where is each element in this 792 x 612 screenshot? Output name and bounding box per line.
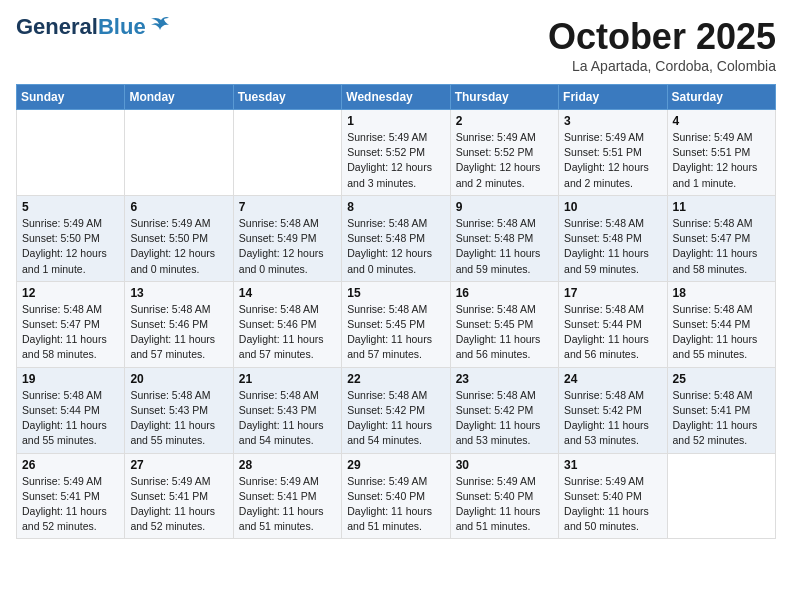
- day-number: 17: [564, 286, 661, 300]
- day-info: Sunrise: 5:49 AM Sunset: 5:40 PM Dayligh…: [347, 474, 444, 535]
- calendar-day-cell: 27Sunrise: 5:49 AM Sunset: 5:41 PM Dayli…: [125, 453, 233, 539]
- calendar-day-cell: 21Sunrise: 5:48 AM Sunset: 5:43 PM Dayli…: [233, 367, 341, 453]
- calendar-day-cell: 28Sunrise: 5:49 AM Sunset: 5:41 PM Dayli…: [233, 453, 341, 539]
- weekday-header: Thursday: [450, 85, 558, 110]
- calendar-day-cell: 25Sunrise: 5:48 AM Sunset: 5:41 PM Dayli…: [667, 367, 775, 453]
- day-info: Sunrise: 5:48 AM Sunset: 5:41 PM Dayligh…: [673, 388, 770, 449]
- logo-blue: Blue: [98, 14, 146, 39]
- day-number: 22: [347, 372, 444, 386]
- logo-general: General: [16, 14, 98, 39]
- day-info: Sunrise: 5:48 AM Sunset: 5:47 PM Dayligh…: [22, 302, 119, 363]
- day-info: Sunrise: 5:48 AM Sunset: 5:46 PM Dayligh…: [130, 302, 227, 363]
- calendar-day-cell: 11Sunrise: 5:48 AM Sunset: 5:47 PM Dayli…: [667, 195, 775, 281]
- calendar-week-row: 12Sunrise: 5:48 AM Sunset: 5:47 PM Dayli…: [17, 281, 776, 367]
- day-number: 14: [239, 286, 336, 300]
- day-number: 18: [673, 286, 770, 300]
- day-number: 23: [456, 372, 553, 386]
- calendar-day-cell: 10Sunrise: 5:48 AM Sunset: 5:48 PM Dayli…: [559, 195, 667, 281]
- calendar-day-cell: 2Sunrise: 5:49 AM Sunset: 5:52 PM Daylig…: [450, 110, 558, 196]
- day-info: Sunrise: 5:48 AM Sunset: 5:47 PM Dayligh…: [673, 216, 770, 277]
- day-number: 19: [22, 372, 119, 386]
- day-info: Sunrise: 5:48 AM Sunset: 5:46 PM Dayligh…: [239, 302, 336, 363]
- day-info: Sunrise: 5:48 AM Sunset: 5:44 PM Dayligh…: [22, 388, 119, 449]
- day-number: 4: [673, 114, 770, 128]
- calendar-day-cell: 29Sunrise: 5:49 AM Sunset: 5:40 PM Dayli…: [342, 453, 450, 539]
- calendar-day-cell: 7Sunrise: 5:48 AM Sunset: 5:49 PM Daylig…: [233, 195, 341, 281]
- day-number: 11: [673, 200, 770, 214]
- day-number: 3: [564, 114, 661, 128]
- day-info: Sunrise: 5:49 AM Sunset: 5:41 PM Dayligh…: [130, 474, 227, 535]
- calendar-day-cell: 9Sunrise: 5:48 AM Sunset: 5:48 PM Daylig…: [450, 195, 558, 281]
- month-title: October 2025: [548, 16, 776, 58]
- weekday-row: SundayMondayTuesdayWednesdayThursdayFrid…: [17, 85, 776, 110]
- calendar-day-cell: 23Sunrise: 5:48 AM Sunset: 5:42 PM Dayli…: [450, 367, 558, 453]
- day-number: 29: [347, 458, 444, 472]
- day-info: Sunrise: 5:48 AM Sunset: 5:42 PM Dayligh…: [564, 388, 661, 449]
- calendar-day-cell: 19Sunrise: 5:48 AM Sunset: 5:44 PM Dayli…: [17, 367, 125, 453]
- calendar-day-cell: [667, 453, 775, 539]
- day-info: Sunrise: 5:49 AM Sunset: 5:50 PM Dayligh…: [130, 216, 227, 277]
- day-info: Sunrise: 5:48 AM Sunset: 5:42 PM Dayligh…: [347, 388, 444, 449]
- day-info: Sunrise: 5:49 AM Sunset: 5:40 PM Dayligh…: [456, 474, 553, 535]
- day-info: Sunrise: 5:48 AM Sunset: 5:45 PM Dayligh…: [456, 302, 553, 363]
- calendar-day-cell: 22Sunrise: 5:48 AM Sunset: 5:42 PM Dayli…: [342, 367, 450, 453]
- calendar-day-cell: [233, 110, 341, 196]
- day-info: Sunrise: 5:48 AM Sunset: 5:43 PM Dayligh…: [130, 388, 227, 449]
- day-number: 10: [564, 200, 661, 214]
- calendar-week-row: 5Sunrise: 5:49 AM Sunset: 5:50 PM Daylig…: [17, 195, 776, 281]
- calendar-day-cell: 6Sunrise: 5:49 AM Sunset: 5:50 PM Daylig…: [125, 195, 233, 281]
- day-info: Sunrise: 5:49 AM Sunset: 5:40 PM Dayligh…: [564, 474, 661, 535]
- day-info: Sunrise: 5:49 AM Sunset: 5:41 PM Dayligh…: [239, 474, 336, 535]
- calendar-day-cell: 31Sunrise: 5:49 AM Sunset: 5:40 PM Dayli…: [559, 453, 667, 539]
- day-number: 25: [673, 372, 770, 386]
- day-number: 30: [456, 458, 553, 472]
- calendar-day-cell: 17Sunrise: 5:48 AM Sunset: 5:44 PM Dayli…: [559, 281, 667, 367]
- calendar-header: SundayMondayTuesdayWednesdayThursdayFrid…: [17, 85, 776, 110]
- calendar-day-cell: [17, 110, 125, 196]
- weekday-header: Saturday: [667, 85, 775, 110]
- calendar-day-cell: 3Sunrise: 5:49 AM Sunset: 5:51 PM Daylig…: [559, 110, 667, 196]
- day-number: 16: [456, 286, 553, 300]
- calendar-day-cell: 15Sunrise: 5:48 AM Sunset: 5:45 PM Dayli…: [342, 281, 450, 367]
- day-info: Sunrise: 5:49 AM Sunset: 5:51 PM Dayligh…: [673, 130, 770, 191]
- calendar-week-row: 26Sunrise: 5:49 AM Sunset: 5:41 PM Dayli…: [17, 453, 776, 539]
- day-number: 8: [347, 200, 444, 214]
- day-info: Sunrise: 5:48 AM Sunset: 5:45 PM Dayligh…: [347, 302, 444, 363]
- day-number: 26: [22, 458, 119, 472]
- location: La Apartada, Cordoba, Colombia: [548, 58, 776, 74]
- calendar-day-cell: 4Sunrise: 5:49 AM Sunset: 5:51 PM Daylig…: [667, 110, 775, 196]
- calendar-day-cell: 12Sunrise: 5:48 AM Sunset: 5:47 PM Dayli…: [17, 281, 125, 367]
- day-info: Sunrise: 5:48 AM Sunset: 5:42 PM Dayligh…: [456, 388, 553, 449]
- calendar-day-cell: 14Sunrise: 5:48 AM Sunset: 5:46 PM Dayli…: [233, 281, 341, 367]
- day-number: 15: [347, 286, 444, 300]
- day-number: 9: [456, 200, 553, 214]
- calendar-day-cell: 13Sunrise: 5:48 AM Sunset: 5:46 PM Dayli…: [125, 281, 233, 367]
- calendar-body: 1Sunrise: 5:49 AM Sunset: 5:52 PM Daylig…: [17, 110, 776, 539]
- day-info: Sunrise: 5:49 AM Sunset: 5:51 PM Dayligh…: [564, 130, 661, 191]
- day-number: 27: [130, 458, 227, 472]
- day-number: 24: [564, 372, 661, 386]
- day-info: Sunrise: 5:48 AM Sunset: 5:48 PM Dayligh…: [347, 216, 444, 277]
- weekday-header: Friday: [559, 85, 667, 110]
- calendar-day-cell: 16Sunrise: 5:48 AM Sunset: 5:45 PM Dayli…: [450, 281, 558, 367]
- weekday-header: Sunday: [17, 85, 125, 110]
- day-number: 28: [239, 458, 336, 472]
- day-info: Sunrise: 5:48 AM Sunset: 5:48 PM Dayligh…: [564, 216, 661, 277]
- day-info: Sunrise: 5:49 AM Sunset: 5:50 PM Dayligh…: [22, 216, 119, 277]
- title-block: October 2025 La Apartada, Cordoba, Colom…: [548, 16, 776, 74]
- day-number: 13: [130, 286, 227, 300]
- calendar-week-row: 1Sunrise: 5:49 AM Sunset: 5:52 PM Daylig…: [17, 110, 776, 196]
- day-info: Sunrise: 5:48 AM Sunset: 5:44 PM Dayligh…: [673, 302, 770, 363]
- calendar-day-cell: 30Sunrise: 5:49 AM Sunset: 5:40 PM Dayli…: [450, 453, 558, 539]
- day-number: 6: [130, 200, 227, 214]
- day-number: 12: [22, 286, 119, 300]
- calendar-day-cell: 5Sunrise: 5:49 AM Sunset: 5:50 PM Daylig…: [17, 195, 125, 281]
- day-info: Sunrise: 5:48 AM Sunset: 5:43 PM Dayligh…: [239, 388, 336, 449]
- day-number: 7: [239, 200, 336, 214]
- weekday-header: Monday: [125, 85, 233, 110]
- weekday-header: Tuesday: [233, 85, 341, 110]
- calendar-week-row: 19Sunrise: 5:48 AM Sunset: 5:44 PM Dayli…: [17, 367, 776, 453]
- calendar-day-cell: 26Sunrise: 5:49 AM Sunset: 5:41 PM Dayli…: [17, 453, 125, 539]
- day-number: 2: [456, 114, 553, 128]
- day-info: Sunrise: 5:48 AM Sunset: 5:49 PM Dayligh…: [239, 216, 336, 277]
